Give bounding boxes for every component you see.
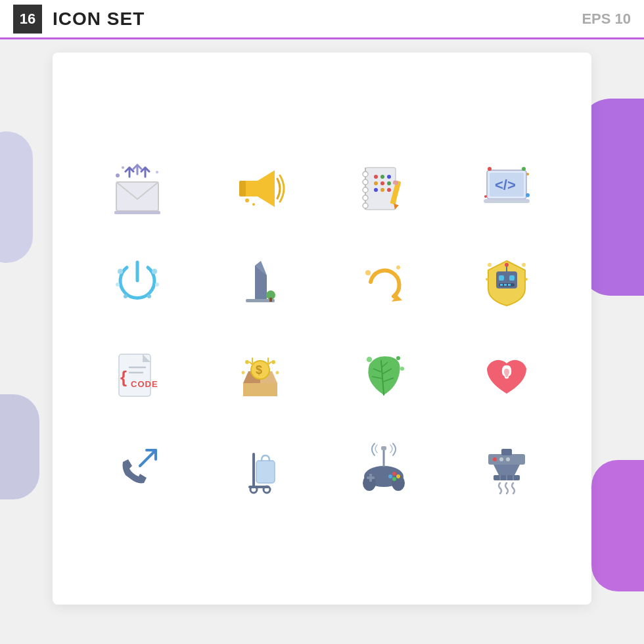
svg-point-26	[380, 188, 384, 192]
svg-point-10	[245, 198, 249, 202]
svg-point-35	[488, 167, 492, 171]
icon-outgoing-call	[85, 428, 189, 509]
svg-rect-117	[501, 449, 512, 455]
icon-grid: </>	[85, 149, 559, 509]
svg-point-5	[156, 171, 158, 173]
svg-point-41	[118, 269, 123, 274]
notebook-icon	[357, 162, 410, 215]
svg-point-89	[367, 357, 372, 362]
svg-point-55	[396, 265, 400, 269]
svg-point-24	[387, 181, 391, 185]
icon-megaphone	[209, 149, 313, 229]
svg-point-95	[250, 486, 257, 493]
icon-notebook	[332, 149, 436, 229]
icon-email-upload	[85, 149, 189, 229]
icon-redo	[332, 242, 436, 322]
svg-point-42	[152, 269, 157, 274]
robot-badge-icon	[480, 256, 533, 308]
svg-text:$: $	[256, 363, 262, 377]
svg-point-66	[522, 263, 526, 267]
trolley-bag-icon	[234, 442, 287, 495]
svg-rect-9	[239, 181, 246, 196]
icon-feather	[332, 335, 436, 415]
svg-point-45	[124, 294, 127, 298]
svg-text:</>: </>	[495, 177, 516, 193]
email-upload-icon	[111, 162, 164, 215]
svg-rect-58	[509, 275, 515, 281]
icon-trolley-bag	[209, 428, 313, 509]
svg-point-77	[245, 360, 249, 364]
header-title: ICON SET	[53, 9, 145, 30]
building-icon	[234, 256, 287, 308]
icon-laptop-code: </>	[455, 149, 559, 229]
header-eps: EPS 10	[582, 11, 631, 28]
laptop-code-icon: </>	[480, 162, 533, 215]
svg-point-115	[499, 457, 503, 461]
svg-line-92	[140, 450, 156, 466]
svg-point-67	[486, 278, 488, 281]
svg-point-36	[522, 167, 526, 171]
svg-point-106	[392, 477, 396, 481]
icon-heart-ear	[455, 335, 559, 415]
main-card: </>	[53, 53, 591, 605]
feather-icon	[357, 349, 410, 402]
svg-point-18	[363, 203, 368, 208]
money-box-icon: $	[234, 349, 287, 402]
svg-rect-60	[500, 284, 503, 286]
range-hood-icon	[480, 442, 533, 495]
redo-icon	[357, 256, 410, 308]
power-icon	[111, 256, 164, 308]
bg-decor-right-bottom	[591, 460, 644, 591]
svg-point-4	[116, 173, 120, 177]
svg-rect-34	[484, 199, 530, 203]
svg-point-43	[116, 283, 120, 287]
svg-point-105	[388, 474, 392, 478]
svg-point-90	[396, 356, 400, 360]
svg-rect-62	[508, 284, 511, 286]
svg-point-20	[380, 175, 384, 179]
icon-robot-badge	[455, 242, 559, 322]
code-file-icon: { CODE	[111, 349, 164, 402]
svg-rect-107	[381, 446, 386, 450]
svg-point-91	[400, 367, 404, 371]
svg-point-114	[493, 457, 497, 461]
bg-decor-left	[0, 131, 33, 263]
header-number-badge: 16	[13, 5, 42, 34]
heart-ear-icon	[480, 349, 533, 402]
svg-text:{: {	[120, 367, 127, 387]
header-bar: 16 ICON SET EPS 10	[0, 0, 644, 39]
svg-rect-7	[114, 211, 160, 214]
svg-point-23	[380, 181, 384, 185]
svg-rect-102	[367, 476, 375, 479]
svg-point-21	[387, 175, 391, 179]
icon-code-file: { CODE	[85, 335, 189, 415]
megaphone-icon	[234, 162, 287, 215]
svg-point-80	[276, 371, 279, 375]
svg-point-79	[242, 371, 245, 375]
svg-point-25	[374, 188, 378, 192]
svg-point-6	[122, 166, 124, 169]
svg-point-14	[363, 172, 368, 177]
icon-wireless-gamepad	[332, 428, 436, 509]
icon-building	[209, 242, 313, 322]
svg-marker-48	[255, 265, 267, 300]
svg-point-64	[505, 263, 509, 267]
svg-rect-52	[269, 298, 272, 302]
svg-point-11	[252, 203, 255, 206]
svg-point-116	[506, 457, 510, 461]
svg-point-17	[363, 195, 368, 200]
svg-rect-57	[499, 275, 504, 281]
svg-rect-97	[256, 461, 275, 483]
icon-range-hood	[455, 428, 559, 509]
svg-point-15	[363, 179, 368, 185]
svg-point-37	[526, 173, 529, 175]
svg-point-78	[271, 360, 275, 364]
icon-money-box: $	[209, 335, 313, 415]
bg-decor-left-bottom	[0, 394, 39, 499]
svg-point-16	[363, 187, 368, 193]
icon-power	[85, 242, 189, 322]
svg-point-22	[374, 181, 378, 185]
svg-point-38	[484, 195, 487, 198]
header-number: 16	[20, 11, 35, 28]
wireless-gamepad-icon	[357, 442, 410, 495]
